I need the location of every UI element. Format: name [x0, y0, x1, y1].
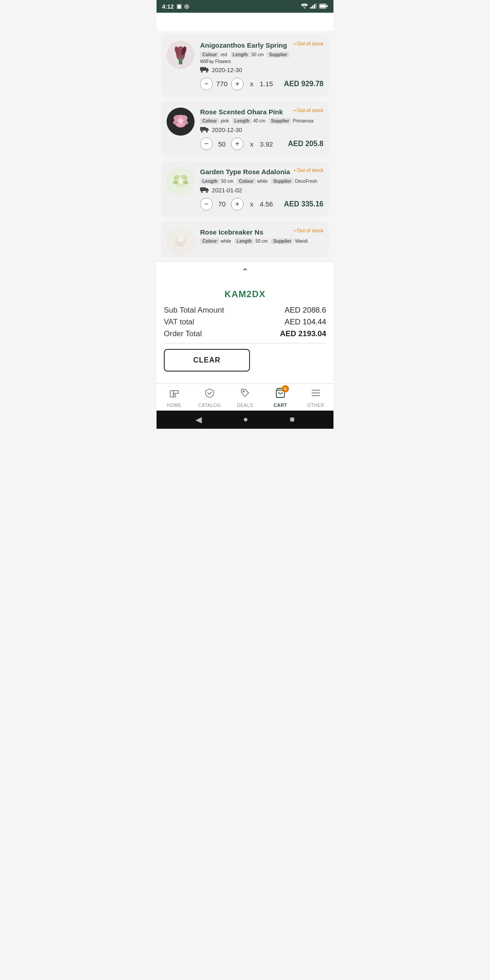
unit-price-2: 3.92 [260, 140, 273, 148]
qty-price-row-2: − 50 + x 3.92 AED 205.8 [200, 137, 323, 150]
home-button[interactable]: ● [243, 415, 248, 424]
recents-button[interactable]: ■ [289, 415, 294, 424]
svg-rect-6 [327, 5, 328, 7]
nav-home[interactable]: HOME [161, 387, 188, 408]
svg-point-36 [206, 191, 208, 193]
truck-icon-2 [200, 126, 209, 134]
status-icon-2: ◎ [184, 3, 189, 10]
svg-rect-23 [200, 127, 206, 131]
length-value-3: 50 cm [221, 179, 233, 184]
delivery-row-2: 2020-12-30 [200, 126, 323, 134]
qty-minus-2[interactable]: − [200, 137, 213, 150]
qty-minus-3[interactable]: − [200, 198, 213, 211]
colour-value-4: white [220, 239, 231, 244]
length-value-2: 40 cm [253, 118, 265, 123]
order-total-label: Order Total [164, 329, 202, 338]
clear-button[interactable]: CLEAR [164, 349, 250, 372]
item-tags-1: Colour red Length 50 cm Supplier WilFay … [200, 52, 323, 64]
delivery-row-3: 2021-01-02 [200, 186, 323, 194]
out-of-stock-2: Out of stock [294, 108, 323, 113]
supplier-value-1: WilFay Flowers [200, 59, 231, 64]
status-bar: 4:12 ▣ ◎ [157, 0, 333, 13]
nav-cart-label: CART [274, 403, 287, 408]
nav-deals-label: DEALS [237, 403, 253, 408]
item-header-4: Rose Icebreaker Ns Out of stock [200, 228, 323, 237]
svg-rect-34 [200, 187, 206, 191]
cart-item-1: Anigozanthos Early Spring Out of stock C… [161, 34, 329, 97]
svg-rect-11 [179, 58, 182, 64]
qty-control-2: − 50 + [200, 137, 244, 150]
svg-rect-42 [173, 395, 176, 397]
colour-value-1: red [220, 52, 227, 57]
item-tags-4: Colour white Length 50 cm Supplier Warid… [200, 238, 323, 244]
length-label-2: Length [232, 118, 252, 124]
bottom-nav: HOME CATALOG DEALS 6 CART [157, 383, 333, 411]
out-of-stock-3: Out of stock [294, 167, 323, 173]
item-image-2 [167, 108, 195, 136]
item-header-1: Anigozanthos Early Spring Out of stock [200, 41, 323, 50]
subtotal-row: Sub Total Amount AED 2088.6 [164, 306, 326, 315]
item-image-1 [167, 41, 195, 69]
back-button[interactable]: ◀ [196, 415, 202, 425]
svg-point-13 [201, 71, 203, 73]
svg-point-29 [179, 179, 182, 183]
collapse-section[interactable]: ⌃ [157, 261, 333, 282]
colour-label-3: Colour [237, 178, 256, 184]
chevron-up-icon: ⌃ [241, 266, 249, 277]
nav-catalog[interactable]: CATALOG [196, 387, 223, 408]
qty-value-2: 50 [216, 140, 228, 148]
svg-point-18 [179, 119, 182, 123]
qty-plus-1[interactable]: + [231, 78, 244, 90]
qty-value-3: 70 [216, 200, 228, 208]
length-label-3: Length [200, 178, 220, 184]
item-tags-3: Length 50 cm Colour white Supplier DecoF… [200, 178, 323, 184]
qty-control-1: − 770 + [200, 78, 244, 90]
multiply-3: x [250, 200, 254, 208]
colour-label-4: Colour [200, 238, 219, 244]
multiply-2: x [250, 140, 254, 148]
cart-icon: 6 [275, 387, 286, 401]
svg-rect-1 [312, 5, 314, 9]
qty-price-row-1: − 770 + x 1.15 AED 929.78 [200, 78, 323, 90]
svg-point-43 [243, 391, 245, 392]
colour-value-2: pink [220, 118, 229, 123]
cart-item-3: Garden Type Rose Adalonia Out of stock L… [161, 161, 329, 217]
svg-rect-3 [316, 3, 317, 9]
delivery-row-1: 2020-12-30 [200, 66, 323, 74]
colour-label-2: Colour [200, 118, 219, 124]
nav-other-label: OTHER [307, 403, 324, 408]
out-of-stock-1: Out of stock [294, 41, 323, 46]
svg-point-14 [206, 71, 208, 73]
qty-plus-2[interactable]: + [231, 137, 244, 150]
svg-rect-5 [320, 5, 326, 8]
svg-point-25 [206, 131, 208, 132]
other-icon [310, 387, 321, 401]
item-details-2: Rose Scented Ohara Pink Out of stock Col… [200, 108, 323, 151]
item-name-2: Rose Scented Ohara Pink [200, 108, 290, 117]
nav-other[interactable]: OTHER [302, 387, 329, 408]
nav-cart[interactable]: 6 CART [267, 387, 294, 408]
item-name-4: Rose Icebreaker Ns [200, 228, 290, 237]
item-image-4 [167, 228, 195, 256]
battery-icon [319, 3, 328, 10]
qty-minus-1[interactable]: − [200, 78, 213, 90]
subtotal-value: AED 2088.6 [284, 306, 326, 315]
unit-price-3: 4.56 [260, 200, 273, 208]
delivery-date-3: 2021-01-02 [212, 187, 242, 194]
item-image-3 [167, 167, 195, 196]
vat-value: AED 104.44 [284, 318, 326, 327]
qty-plus-3[interactable]: + [231, 198, 244, 211]
truck-icon-1 [200, 66, 209, 74]
nav-catalog-label: CATALOG [198, 403, 221, 408]
qty-control-3: − 70 + [200, 198, 244, 211]
colour-value-3: white [257, 179, 268, 184]
item-header-3: Garden Type Rose Adalonia Out of stock [200, 167, 323, 176]
item-total-2: AED 205.8 [288, 140, 323, 148]
home-icon [169, 387, 180, 401]
nav-deals[interactable]: DEALS [231, 387, 259, 408]
item-tags-2: Colour pink Length 40 cm Supplier Primar… [200, 118, 323, 124]
wifi-icon [301, 3, 308, 10]
item-details-1: Anigozanthos Early Spring Out of stock C… [200, 41, 323, 90]
vat-label: VAT total [164, 318, 194, 327]
length-value-1: 50 cm [251, 52, 264, 57]
